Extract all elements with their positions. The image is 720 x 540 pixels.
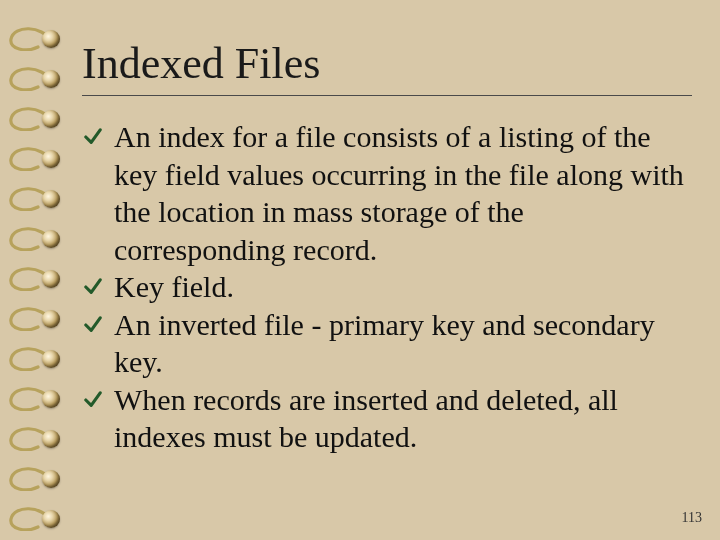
page-number: 113: [682, 510, 702, 526]
check-icon: [84, 268, 114, 296]
title-rule: [82, 95, 692, 96]
list-item: An index for a file consists of a listin…: [84, 118, 692, 268]
slide-title: Indexed Files: [82, 38, 692, 89]
bullet-list: An index for a file consists of a listin…: [84, 118, 692, 456]
bullet-text: An inverted file - primary key and secon…: [114, 306, 692, 381]
list-item: An inverted file - primary key and secon…: [84, 306, 692, 381]
check-icon: [84, 118, 114, 146]
bullet-text: Key field.: [114, 268, 234, 306]
list-item: When records are inserted and deleted, a…: [84, 381, 692, 456]
check-icon: [84, 381, 114, 409]
bullet-text: When records are inserted and deleted, a…: [114, 381, 692, 456]
list-item: Key field.: [84, 268, 692, 306]
check-icon: [84, 306, 114, 334]
slide: Indexed Files An index for a file consis…: [0, 0, 720, 540]
content-area: Indexed Files An index for a file consis…: [78, 0, 720, 540]
spiral-binding: [0, 0, 66, 540]
bullet-text: An index for a file consists of a listin…: [114, 118, 692, 268]
